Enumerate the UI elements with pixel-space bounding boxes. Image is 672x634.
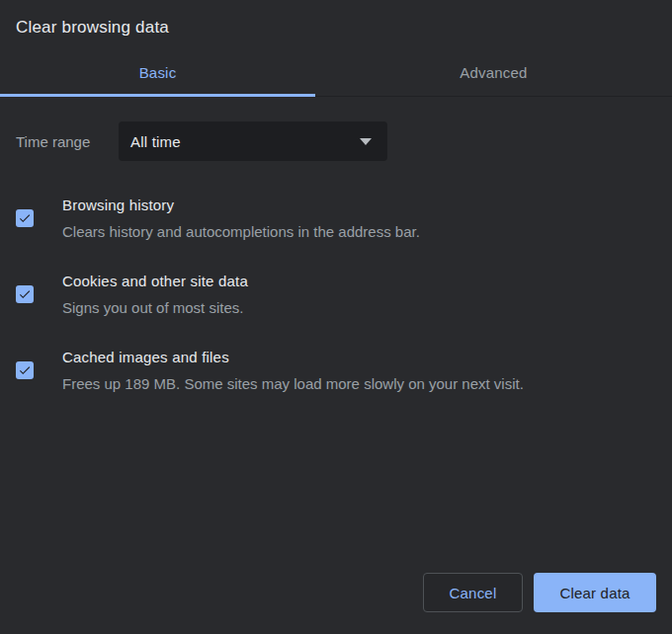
- time-range-selected-value: All time: [130, 133, 181, 150]
- checkbox-label: Cookies and other site data: [62, 271, 248, 291]
- cookies-checkbox[interactable]: [16, 285, 34, 303]
- dialog-title: Clear browsing data: [16, 17, 656, 39]
- checkbox-label: Browsing history: [62, 195, 420, 215]
- tab-advanced[interactable]: Advanced: [315, 45, 672, 97]
- row-cached-images: Cached images and files Frees up 189 MB.…: [16, 347, 656, 394]
- chevron-down-icon: [360, 138, 372, 145]
- browsing-history-checkbox[interactable]: [16, 209, 34, 227]
- checkmark-icon: [18, 211, 32, 225]
- checkbox-list: Browsing history Clears history and auto…: [16, 195, 656, 394]
- row-text: Cookies and other site data Signs you ou…: [62, 271, 248, 318]
- row-text: Browsing history Clears history and auto…: [62, 195, 420, 242]
- checkbox-label: Cached images and files: [62, 347, 524, 367]
- dialog-footer: Cancel Clear data: [423, 573, 656, 612]
- tab-basic[interactable]: Basic: [0, 45, 315, 97]
- dialog-header: Clear browsing data: [0, 0, 672, 45]
- checkbox-description: Frees up 189 MB. Some sites may load mor…: [62, 373, 524, 394]
- time-range-select[interactable]: All time: [119, 121, 387, 161]
- cached-images-checkbox[interactable]: [16, 361, 34, 379]
- checkbox-description: Clears history and autocompletions in th…: [62, 221, 420, 242]
- time-range-row: Time range All time: [16, 121, 656, 161]
- cancel-button[interactable]: Cancel: [423, 573, 523, 612]
- row-cookies: Cookies and other site data Signs you ou…: [16, 271, 656, 318]
- row-text: Cached images and files Frees up 189 MB.…: [62, 347, 524, 394]
- checkbox-description: Signs you out of most sites.: [62, 297, 248, 318]
- tab-advanced-label: Advanced: [460, 64, 527, 81]
- row-browsing-history: Browsing history Clears history and auto…: [16, 195, 656, 242]
- clear-browsing-data-dialog: Clear browsing data Basic Advanced Time …: [0, 0, 672, 634]
- tab-basic-label: Basic: [139, 64, 177, 81]
- checkmark-icon: [18, 287, 32, 301]
- clear-data-button[interactable]: Clear data: [534, 573, 656, 612]
- tab-strip: Basic Advanced: [0, 45, 672, 97]
- time-range-label: Time range: [16, 133, 119, 150]
- checkmark-icon: [18, 363, 32, 377]
